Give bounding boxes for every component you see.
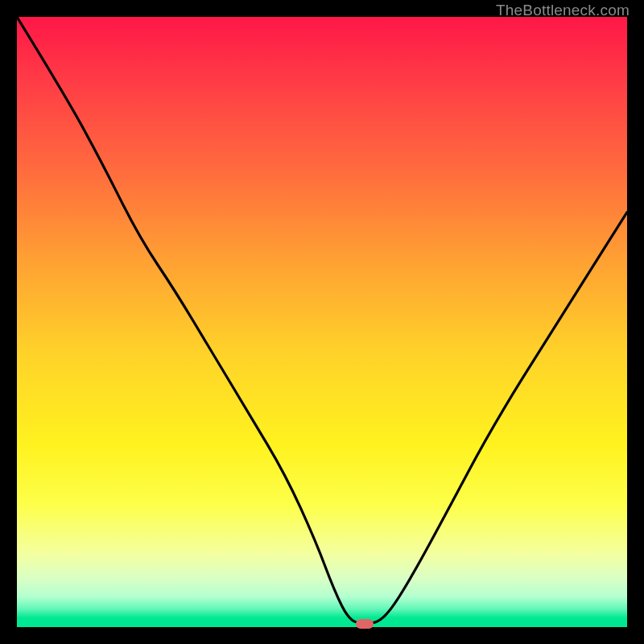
chart-frame: TheBottleneck.com [0,0,644,644]
bottleneck-curve [17,17,627,627]
optimal-point-marker [356,619,374,629]
watermark-text: TheBottleneck.com [496,2,630,19]
